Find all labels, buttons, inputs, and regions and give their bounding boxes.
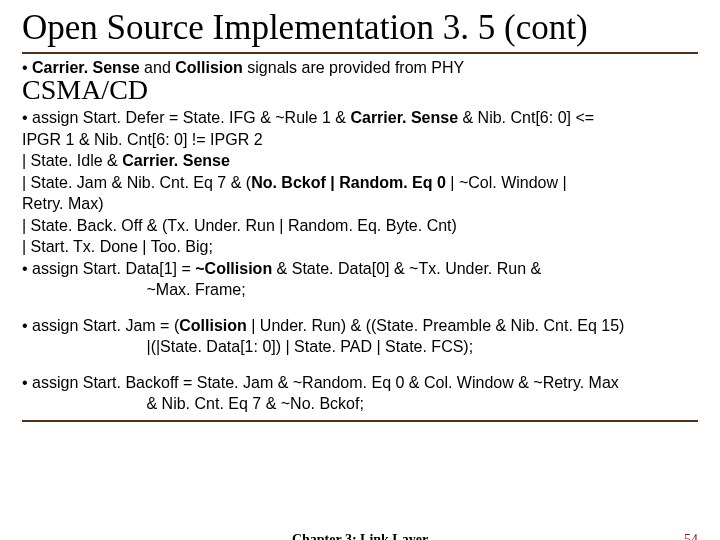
text: & State. Data[0] & ~Tx. Under. Run & <box>272 260 541 277</box>
code-line: | Start. Tx. Done | Too. Big; <box>22 237 698 257</box>
text: | State. Jam & Nib. Cnt. Eq 7 & ( <box>22 174 251 191</box>
bold-text: ~Collision <box>195 260 272 277</box>
code-line: • assign Start. Defer = State. IFG & ~Ru… <box>22 108 698 128</box>
code-line: | State. Jam & Nib. Cnt. Eq 7 & (No. Bck… <box>22 173 698 193</box>
text: & Nib. Cnt[6: 0] <= <box>458 109 594 126</box>
text: • assign Start. Jam = ( <box>22 317 179 334</box>
intro-b2: Collision <box>175 59 243 76</box>
slide: Open Source Implementation 3. 5 (cont) •… <box>0 0 720 540</box>
code-line: • assign Start. Backoff = State. Jam & ~… <box>22 373 698 393</box>
text: | State. Idle & <box>22 152 122 169</box>
spacer <box>22 302 698 316</box>
page-number: 54 <box>684 532 698 540</box>
bold-text: Carrier. Sense <box>122 152 230 169</box>
text: | ~Col. Window | <box>446 174 567 191</box>
bold-text: Collision <box>179 317 247 334</box>
code-line: | State. Back. Off & (Tx. Under. Run | R… <box>22 216 698 236</box>
code-line: IPGR 1 & Nib. Cnt[6: 0] != IPGR 2 <box>22 130 698 150</box>
code-line: • assign Start. Jam = (Collision | Under… <box>22 316 698 336</box>
code-line: |(|State. Data[1: 0]) | State. PAD | Sta… <box>22 337 698 357</box>
bottom-rule <box>22 420 698 422</box>
body-text: • assign Start. Defer = State. IFG & ~Ru… <box>22 108 698 414</box>
spacer <box>22 359 698 373</box>
code-line: & Nib. Cnt. Eq 7 & ~No. Bckof; <box>22 394 698 414</box>
bold-text: Carrier. Sense <box>350 109 458 126</box>
intro-post: signals are provided from PHY <box>243 59 464 76</box>
code-line: ~Max. Frame; <box>22 280 698 300</box>
code-line: | State. Idle & Carrier. Sense <box>22 151 698 171</box>
slide-title: Open Source Implementation 3. 5 (cont) <box>22 8 698 54</box>
bold-text: No. Bckof | Random. Eq 0 <box>251 174 446 191</box>
text: • assign Start. Data[1] = <box>22 260 195 277</box>
code-line: • assign Start. Data[1] = ~Collision & S… <box>22 259 698 279</box>
text: • assign Start. Defer = State. IFG & ~Ru… <box>22 109 350 126</box>
subheading: CSMA/CD <box>22 75 698 106</box>
footer-center: Chapter 3: Link Layer <box>292 532 428 540</box>
code-line: Retry. Max) <box>22 194 698 214</box>
text: | Under. Run) & ((State. Preamble & Nib.… <box>247 317 625 334</box>
